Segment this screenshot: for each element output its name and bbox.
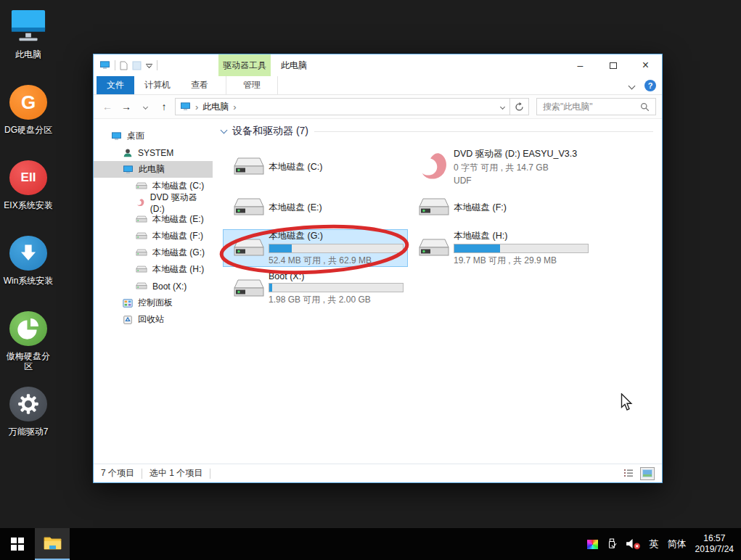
drive-name: 本地磁盘 (C:) bbox=[269, 161, 403, 173]
drive-tile[interactable]: Boot (X:) 1.98 GB 可用 , 共 2.00 GB bbox=[223, 270, 408, 308]
desktop-icon-label: EIX系统安装 bbox=[4, 200, 52, 210]
drive-tools-context-tab[interactable]: 驱动器工具 bbox=[218, 54, 271, 76]
drive-name: 本地磁盘 (H:) bbox=[454, 230, 588, 242]
back-button[interactable]: ← bbox=[99, 99, 115, 115]
address-dropdown-icon[interactable] bbox=[495, 105, 509, 109]
drive-name: 本地磁盘 (F:) bbox=[454, 202, 588, 214]
desktop-icon-dg-partition[interactable]: G DG硬盘分区 bbox=[3, 78, 54, 154]
desktop-icon-label: Win系统安装 bbox=[4, 276, 54, 286]
drive-icon bbox=[136, 282, 147, 290]
nav-item-drive-h[interactable]: 本地磁盘 (H:) bbox=[94, 261, 213, 278]
properties-icon[interactable] bbox=[120, 61, 128, 70]
nav-item-control-panel[interactable]: 控制面板 bbox=[94, 295, 213, 311]
navigation-pane: 桌面 SYSTEM 此电脑 本地磁盘 (C:) DVD 驱动器 (D:) 本地磁… bbox=[94, 119, 213, 464]
drive-capacity-bar bbox=[269, 283, 404, 292]
refresh-icon[interactable] bbox=[509, 99, 528, 115]
drive-icon bbox=[136, 182, 147, 190]
nav-item-drive-f[interactable]: 本地磁盘 (F:) bbox=[94, 228, 213, 244]
thumbnail-view-button[interactable] bbox=[640, 467, 655, 480]
chevron-down-icon[interactable] bbox=[221, 126, 228, 133]
desktop-icon-driver7[interactable]: 万能驱动7 bbox=[3, 380, 54, 456]
drive-icon bbox=[136, 265, 147, 273]
hard-drive-icon bbox=[228, 155, 269, 178]
drive-size-text: 19.7 MB 可用 , 共 29.9 MB bbox=[454, 255, 588, 267]
caption-buttons: – × bbox=[564, 54, 662, 76]
taskbar-file-explorer-button[interactable] bbox=[35, 528, 70, 560]
drive-tile[interactable]: 本地磁盘 (F:) bbox=[408, 189, 593, 226]
details-view-button[interactable] bbox=[621, 467, 636, 480]
nav-item-drive-e[interactable]: 本地磁盘 (E:) bbox=[94, 211, 213, 228]
window-system-icon[interactable] bbox=[99, 61, 110, 70]
search-input[interactable]: 搜索"此电脑" bbox=[536, 98, 656, 115]
title-bar: 驱动器工具 此电脑 – × bbox=[94, 54, 662, 76]
desktop-icon-label: 傲梅硬盘分区 bbox=[3, 351, 54, 371]
maximize-button[interactable] bbox=[597, 54, 629, 76]
display-color-icon[interactable] bbox=[587, 540, 598, 549]
tab-view[interactable]: 查看 bbox=[181, 76, 218, 94]
separator bbox=[142, 469, 142, 479]
drive-name: 本地磁盘 (E:) bbox=[269, 202, 403, 214]
drive-tile[interactable]: DVD 驱动器 (D:) EASYU_V3.3 0 字节 可用 , 共 14.7… bbox=[408, 148, 593, 186]
search-placeholder: 搜索"此电脑" bbox=[543, 101, 640, 113]
nav-item-drive-d[interactable]: DVD 驱动器 (D:) bbox=[94, 194, 213, 211]
group-header[interactable]: 设备和驱动器 (7) bbox=[221, 125, 662, 138]
nav-item-drive-g[interactable]: 本地磁盘 (G:) bbox=[94, 244, 213, 261]
desktop-icon-label: DG硬盘分区 bbox=[4, 125, 52, 135]
drive-capacity-fill bbox=[454, 244, 500, 252]
chevron-right-icon[interactable]: › bbox=[233, 102, 236, 112]
hard-drive-icon bbox=[413, 236, 454, 260]
selected-count: 选中 1 个项目 bbox=[150, 467, 202, 479]
tab-file[interactable]: 文件 bbox=[97, 76, 134, 94]
dvd-drive-icon bbox=[136, 198, 145, 207]
start-button[interactable] bbox=[0, 528, 35, 560]
hard-drive-icon bbox=[228, 236, 269, 260]
ribbon-tab-row: 文件 计算机 查看 管理 ? bbox=[94, 76, 662, 95]
desktop-icon-this-pc[interactable]: 此电脑 bbox=[3, 3, 54, 78]
close-button[interactable]: × bbox=[629, 54, 662, 76]
usb-eject-icon[interactable] bbox=[607, 538, 617, 550]
tab-computer[interactable]: 计算机 bbox=[134, 76, 181, 94]
drive-tile[interactable]: 本地磁盘 (E:) bbox=[223, 189, 408, 226]
computer-icon bbox=[9, 7, 48, 46]
hard-drive-icon bbox=[228, 196, 269, 219]
nav-item-system-user[interactable]: SYSTEM bbox=[94, 144, 213, 161]
drive-name: 本地磁盘 (G:) bbox=[269, 230, 403, 242]
forward-button[interactable]: → bbox=[118, 99, 134, 115]
folder-icon bbox=[44, 536, 62, 551]
desktop-icon-aomei-partition[interactable]: 傲梅硬盘分区 bbox=[3, 305, 54, 380]
drive-icon bbox=[136, 232, 147, 240]
drive-tile[interactable]: 本地磁盘 (H:) 19.7 MB 可用 , 共 29.9 MB bbox=[408, 229, 593, 267]
drive-tile[interactable]: 本地磁盘 (C:) bbox=[223, 148, 408, 186]
computer-icon bbox=[123, 165, 134, 174]
drive-filesystem: UDF bbox=[454, 176, 588, 186]
desktop-icon bbox=[111, 132, 122, 141]
new-folder-icon[interactable] bbox=[132, 61, 142, 70]
breadcrumb-this-pc[interactable]: 此电脑 bbox=[202, 101, 229, 113]
minimize-button[interactable]: – bbox=[564, 54, 597, 76]
user-icon bbox=[123, 148, 133, 158]
nav-item-recycle-bin[interactable]: 回收站 bbox=[94, 311, 213, 328]
qat-customize-icon[interactable] bbox=[146, 64, 152, 67]
nav-item-drive-x[interactable]: Boot (X:) bbox=[94, 278, 213, 295]
recent-locations-icon[interactable] bbox=[137, 99, 153, 115]
up-button[interactable]: ↑ bbox=[156, 99, 172, 115]
drive-size-text: 52.4 MB 可用 , 共 62.9 MB bbox=[269, 255, 403, 267]
volume-muted-icon[interactable] bbox=[626, 538, 641, 550]
taskbar-clock[interactable]: 16:57 2019/7/24 bbox=[695, 533, 734, 555]
address-bar[interactable]: › 此电脑 › bbox=[175, 98, 529, 115]
nav-item-desktop[interactable]: 桌面 bbox=[94, 128, 213, 144]
quick-access-toolbar bbox=[94, 60, 218, 70]
drive-name: Boot (X:) bbox=[269, 271, 403, 281]
drive-capacity-bar bbox=[454, 244, 589, 253]
ime-language-indicator[interactable]: 英 bbox=[650, 538, 659, 551]
tab-manage[interactable]: 管理 bbox=[226, 76, 278, 94]
ime-mode-indicator[interactable]: 简体 bbox=[668, 538, 687, 551]
desktop-icon-win-install[interactable]: Win系统安装 bbox=[3, 229, 54, 305]
nav-item-this-pc[interactable]: 此电脑 bbox=[94, 161, 213, 178]
search-icon[interactable] bbox=[640, 102, 650, 112]
desktop-icon-eix-install[interactable]: EII EIX系统安装 bbox=[3, 154, 54, 229]
help-icon[interactable]: ? bbox=[644, 80, 656, 91]
download-arrow-icon bbox=[9, 234, 48, 273]
ribbon-collapse-icon[interactable] bbox=[629, 82, 636, 89]
drive-tile[interactable]: 本地磁盘 (G:) 52.4 MB 可用 , 共 62.9 MB bbox=[223, 229, 408, 267]
